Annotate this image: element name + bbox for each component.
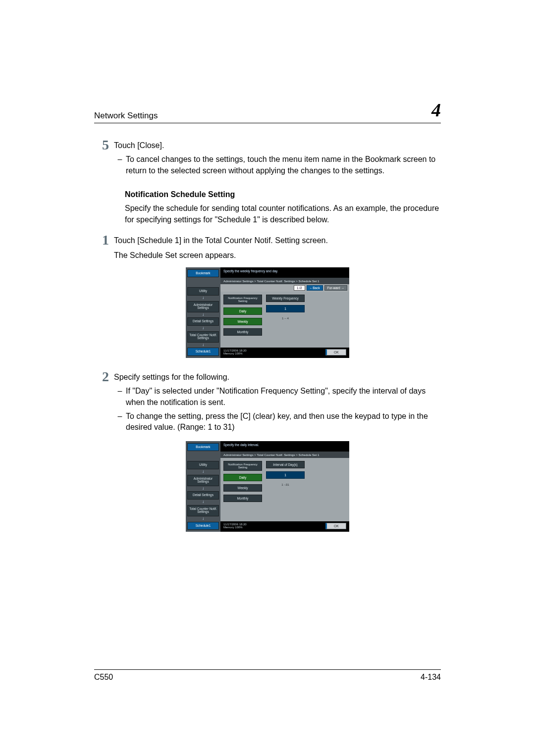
interval-days-label: Interval of Day(s) — [266, 461, 305, 468]
ok-button[interactable]: OK — [325, 523, 346, 529]
value-range: 1 – 4 — [266, 316, 305, 320]
footer-status: 11/17/2006 18:20 Memory 100% — [223, 349, 247, 355]
device-sidebar: Bookmark Utility ↓ Administrator Setting… — [186, 267, 220, 358]
step-text: Specify settings for the following. — [114, 372, 441, 383]
monthly-option[interactable]: Monthly — [223, 495, 262, 502]
daily-option[interactable]: Daily — [223, 307, 262, 315]
value-range: 1 –31 — [266, 483, 305, 486]
weekly-option[interactable]: Weekly — [223, 484, 262, 492]
footer-status: 11/17/2006 18:20 Memory 100% — [223, 523, 247, 529]
instruction-text: Specify the weekly frequency and day. — [220, 267, 349, 277]
bullet-text: To cancel changes to the settings, touch… — [126, 154, 441, 176]
step-after: The Schedule Set screen appears. — [114, 250, 441, 261]
step-body: Touch [Schedule 1] in the Total Counter … — [114, 233, 441, 261]
intro-text: Specify the schedule for sending total c… — [125, 203, 441, 225]
breadcrumb: Administrator Settings > Total Counter N… — [220, 451, 349, 458]
weekly-option[interactable]: Weekly — [223, 318, 262, 325]
weekly-freq-value[interactable]: 1 — [266, 305, 305, 312]
page-header: Network Settings 4 — [94, 99, 441, 123]
tcn-settings-button[interactable]: Total Counter Notif. Settings — [187, 505, 219, 516]
footer-model: C550 — [94, 673, 113, 682]
detail-settings-button[interactable]: Detail Settings — [187, 491, 219, 500]
arrow-down-icon: ↓ — [187, 297, 219, 300]
chapter-number: 4 — [431, 99, 441, 121]
footer-page-number: 4-134 — [421, 673, 441, 682]
datetime: 11/17/2006 18:20 — [223, 349, 247, 353]
memory-status: Memory 100% — [223, 526, 247, 529]
manual-page: Network Settings 4 5 Touch [Close]. – To… — [0, 0, 535, 756]
utility-button[interactable]: Utility — [187, 287, 219, 296]
step-5: 5 Touch [Close]. – To cancel changes to … — [94, 138, 441, 178]
monthly-option[interactable]: Monthly — [223, 328, 262, 336]
pager-toolbar: 1 /2 ←Back For-ward → — [220, 284, 349, 292]
admin-settings-button[interactable]: Administrator Settings — [187, 475, 219, 486]
datetime: 11/17/2006 18:20 — [223, 523, 247, 526]
bookmark-button[interactable]: Bookmark — [187, 443, 219, 452]
header-title: Network Settings — [94, 111, 158, 121]
bullet-item: – To cancel changes to the settings, tou… — [114, 154, 441, 176]
page-indicator: 1 /2 — [294, 285, 305, 291]
step-1: 1 Touch [Schedule 1] in the Total Counte… — [94, 233, 441, 261]
utility-button[interactable]: Utility — [187, 461, 219, 469]
memory-status: Memory 100% — [223, 352, 247, 355]
device-main: Specify the daily interval. Administrato… — [220, 441, 349, 532]
step-number: 1 — [94, 233, 114, 261]
tcn-settings-button[interactable]: Total Counter Notif. Settings — [187, 331, 219, 343]
step-text: Touch [Schedule 1] in the Total Counter … — [114, 235, 441, 246]
device-screenshot-1: Bookmark Utility ↓ Administrator Setting… — [186, 267, 349, 358]
schedule1-button[interactable]: Schedule1 — [187, 348, 219, 356]
device-sidebar: Bookmark Utility ↓ Administrator Setting… — [186, 441, 220, 532]
page-footer: C550 4-134 — [94, 669, 441, 682]
bookmark-button[interactable]: Bookmark — [187, 269, 219, 278]
bullet-text: If "Day" is selected under "Notification… — [126, 386, 441, 408]
step-number: 5 — [94, 138, 114, 178]
arrow-down-icon: ↓ — [187, 488, 219, 490]
arrow-down-icon: ↓ — [187, 518, 219, 520]
device-content: Notification Frequency Setting Daily Wee… — [220, 458, 349, 521]
arrow-down-icon: ↓ — [187, 327, 219, 330]
arrow-down-icon: ↓ — [187, 344, 219, 347]
arrow-down-icon: ↓ — [187, 314, 219, 316]
dash-icon: – — [114, 154, 126, 176]
interval-days-value[interactable]: 1 — [266, 471, 305, 479]
ok-button[interactable]: OK — [325, 349, 346, 355]
back-button[interactable]: ←Back — [307, 285, 323, 291]
arrow-down-icon: ↓ — [187, 501, 219, 504]
device-screenshot-2: Bookmark Utility ↓ Administrator Setting… — [186, 441, 349, 532]
step-body: Specify settings for the following. – If… — [114, 370, 441, 435]
device-footer: 11/17/2006 18:20 Memory 100% OK — [220, 521, 349, 532]
step-body: Touch [Close]. – To cancel changes to th… — [114, 138, 441, 178]
bullet-item: – To change the setting, press the [C] (… — [114, 411, 441, 433]
detail-settings-button[interactable]: Detail Settings — [187, 317, 219, 326]
breadcrumb: Administrator Settings > Total Counter N… — [220, 277, 349, 284]
bullet-text: To change the setting, press the [C] (cl… — [126, 411, 441, 433]
device-main: Specify the weekly frequency and day. Ad… — [220, 267, 349, 358]
subheading: Notification Schedule Setting — [125, 190, 441, 199]
schedule1-button[interactable]: Schedule1 — [187, 522, 219, 530]
dash-icon: – — [114, 386, 126, 408]
bullet-item: – If "Day" is selected under "Notificati… — [114, 386, 441, 408]
freq-setting-label: Notification Frequency Setting — [223, 295, 262, 304]
device-content: Notification Frequency Setting Daily Wee… — [220, 292, 349, 348]
daily-option[interactable]: Daily — [223, 474, 262, 481]
arrow-down-icon: ↓ — [187, 471, 219, 473]
forward-button[interactable]: For-ward → — [324, 285, 347, 291]
weekly-freq-label: Weekly Frequency — [266, 295, 305, 302]
step-number: 2 — [94, 370, 114, 435]
admin-settings-button[interactable]: Administrator Settings — [187, 301, 219, 312]
dash-icon: – — [114, 411, 126, 433]
step-2: 2 Specify settings for the following. – … — [94, 370, 441, 435]
step-text: Touch [Close]. — [114, 140, 441, 151]
device-footer: 11/17/2006 18:20 Memory 100% OK — [220, 348, 349, 358]
instruction-text: Specify the daily interval. — [220, 441, 349, 451]
freq-setting-label: Notification Frequency Setting — [223, 461, 262, 471]
